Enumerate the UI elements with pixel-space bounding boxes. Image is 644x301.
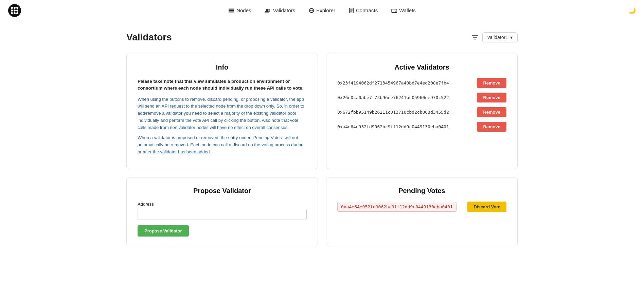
validator-address: 0xa4e64e952fd9062bc9ff12dd9c0449130eba04… bbox=[337, 124, 449, 129]
svg-point-12 bbox=[395, 11, 396, 12]
pending-votes-card: Pending Votes 0xa4e64e952fd9062bc9ff12dd… bbox=[326, 177, 518, 246]
navbar-left bbox=[8, 4, 21, 17]
page-container: Validators validator1 ▾ Info Please take… bbox=[118, 21, 526, 257]
info-card-title: Info bbox=[138, 63, 307, 71]
pending-vote-row: 0xa4e64e952fd9062bc9ff12dd9c0449130eba04… bbox=[337, 202, 506, 212]
info-card: Info Please take note that this view sim… bbox=[126, 54, 318, 169]
svg-rect-2 bbox=[229, 11, 234, 12]
page-title: Validators bbox=[126, 32, 172, 43]
explorer-icon bbox=[309, 8, 314, 13]
active-validators-card: Active Validators 0x23f4194062df27134549… bbox=[326, 54, 518, 169]
header-right: validator1 ▾ bbox=[471, 32, 518, 42]
active-validator-row: 0x23f4194062df2713454967a40bd7e4ed208e7f… bbox=[337, 78, 506, 88]
svg-rect-1 bbox=[229, 10, 234, 11]
nav-explorer[interactable]: Explorer bbox=[309, 6, 335, 15]
validators-icon bbox=[265, 8, 271, 13]
propose-validator-title: Propose Validator bbox=[138, 187, 307, 195]
nav-wallets[interactable]: Wallets bbox=[391, 6, 416, 15]
wallets-icon bbox=[391, 8, 397, 13]
dark-mode-icon[interactable]: 🌙 bbox=[628, 7, 636, 14]
pending-votes-title: Pending Votes bbox=[337, 187, 506, 195]
active-validator-row: 0x672fbb95149b26211c013710cbd2cb003d3455… bbox=[337, 107, 506, 117]
nodes-icon bbox=[228, 8, 234, 13]
address-label: Address bbox=[138, 202, 307, 207]
nav-contracts[interactable]: Contracts bbox=[349, 6, 378, 15]
filter-icon[interactable] bbox=[471, 35, 478, 40]
svg-point-3 bbox=[266, 9, 268, 11]
active-validator-row: 0x26e0ca0abe7f73b96ee76241bc05960ee970c5… bbox=[337, 93, 506, 102]
navbar-right: 🌙 bbox=[628, 7, 636, 14]
nav-links: Nodes Validators bbox=[228, 6, 416, 15]
remove-validator-button[interactable]: Remove bbox=[477, 93, 506, 102]
address-input[interactable] bbox=[138, 209, 307, 220]
validator-selected-label: validator1 bbox=[487, 35, 508, 40]
app-logo[interactable] bbox=[8, 4, 21, 17]
chevron-down-icon: ▾ bbox=[510, 35, 513, 40]
validator-address: 0x23f4194062df2713454967a40bd7e4ed208e7f… bbox=[337, 80, 449, 86]
contracts-icon bbox=[349, 8, 354, 13]
active-validators-list: 0x23f4194062df2713454967a40bd7e4ed208e7f… bbox=[337, 78, 506, 132]
discard-vote-button[interactable]: Discard Vote bbox=[467, 202, 506, 212]
remove-validator-button[interactable]: Remove bbox=[477, 78, 506, 88]
validator-address: 0x26e0ca0abe7f73b96ee76241bc05960ee970c5… bbox=[337, 95, 449, 100]
remove-validator-button[interactable]: Remove bbox=[477, 107, 506, 117]
navbar: Nodes Validators bbox=[0, 0, 644, 21]
pending-votes-list: 0xa4e64e952fd9062bc9ff12dd9c0449130eba04… bbox=[337, 202, 506, 212]
validator-dropdown[interactable]: validator1 ▾ bbox=[482, 32, 518, 42]
remove-validator-button[interactable]: Remove bbox=[477, 122, 506, 132]
pending-vote-address: 0xa4e64e952fd9062bc9ff12dd9c0449130eba04… bbox=[337, 202, 457, 212]
logo-dots-grid bbox=[11, 7, 18, 14]
svg-rect-11 bbox=[392, 9, 397, 12]
propose-validator-button[interactable]: Propose Validator bbox=[138, 225, 189, 237]
propose-validator-card: Propose Validator Address Propose Valida… bbox=[126, 177, 318, 246]
info-bold-text: Please take note that this view simulate… bbox=[138, 78, 307, 92]
validator-address: 0x672fbb95149b26211c013710cbd2cb003d3455… bbox=[337, 110, 449, 115]
info-paragraph-2: When a validator is proposed or removed,… bbox=[138, 134, 307, 155]
info-paragraph-1: When using the buttons to remove, discar… bbox=[138, 96, 307, 131]
cards-grid: Info Please take note that this view sim… bbox=[126, 54, 518, 246]
page-header: Validators validator1 ▾ bbox=[126, 32, 518, 43]
active-validators-title: Active Validators bbox=[337, 63, 506, 71]
active-validator-row: 0xa4e64e952fd9062bc9ff12dd9c0449130eba04… bbox=[337, 122, 506, 132]
svg-rect-0 bbox=[229, 8, 234, 10]
nav-nodes[interactable]: Nodes bbox=[228, 6, 251, 15]
svg-point-4 bbox=[268, 9, 270, 11]
nav-validators[interactable]: Validators bbox=[265, 6, 296, 15]
